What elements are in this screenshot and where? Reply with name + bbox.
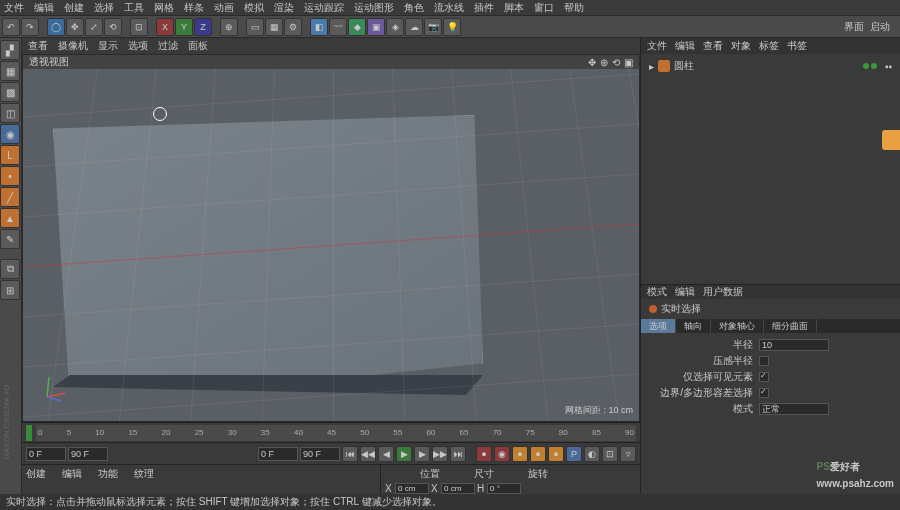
- object-name[interactable]: 圆柱: [674, 59, 694, 73]
- menu-渲染[interactable]: 渲染: [274, 1, 294, 15]
- side-tab-icon[interactable]: [882, 130, 900, 150]
- vpmenu-面板[interactable]: 面板: [188, 39, 208, 53]
- visible-only-checkbox[interactable]: [759, 372, 769, 382]
- visibility-editor-dot[interactable]: [863, 63, 869, 69]
- workplane-button[interactable]: ◫: [0, 103, 20, 123]
- mat-tab-纹理[interactable]: 纹理: [134, 467, 154, 479]
- obj-tab-文件[interactable]: 文件: [647, 39, 667, 53]
- attr-subtab-细分曲面[interactable]: 细分曲面: [764, 319, 817, 333]
- key-options-button[interactable]: ⊡: [602, 446, 618, 462]
- perspective-viewport[interactable]: 透视视图 ✥ ⊕ ⟲ ▣ 网格间距 : 10 cm: [22, 54, 640, 422]
- undo-button[interactable]: ↶: [2, 18, 20, 36]
- mode-select[interactable]: [759, 403, 829, 415]
- menu-创建[interactable]: 创建: [64, 1, 84, 15]
- autokey-button[interactable]: ◉: [494, 446, 510, 462]
- goto-end-button[interactable]: ⏭: [450, 446, 466, 462]
- render-view-button[interactable]: ▭: [246, 18, 264, 36]
- mat-tab-创建[interactable]: 创建: [26, 467, 46, 479]
- redo-button[interactable]: ↷: [21, 18, 39, 36]
- attr-tab-模式[interactable]: 模式: [647, 285, 667, 299]
- menu-插件[interactable]: 插件: [474, 1, 494, 15]
- pos-x-input[interactable]: [395, 483, 429, 494]
- axis-x-toggle[interactable]: X: [156, 18, 174, 36]
- obj-tab-查看[interactable]: 查看: [703, 39, 723, 53]
- timeline-ruler[interactable]: 051015202530354045505560657075808590: [36, 425, 636, 441]
- snap-enable-button[interactable]: ⧉: [0, 259, 20, 279]
- rotate-tool[interactable]: ⟲: [104, 18, 122, 36]
- recent-tool[interactable]: ⊡: [130, 18, 148, 36]
- move-tool[interactable]: ✥: [66, 18, 84, 36]
- goto-start-button[interactable]: ⏮: [342, 446, 358, 462]
- frame-range-input[interactable]: [300, 447, 340, 461]
- key-param-button[interactable]: P: [566, 446, 582, 462]
- light-button[interactable]: 💡: [443, 18, 461, 36]
- mat-tab-功能[interactable]: 功能: [98, 467, 118, 479]
- cube-primitive-button[interactable]: ◧: [310, 18, 328, 36]
- frame-current-input[interactable]: [258, 447, 298, 461]
- attr-subtab-轴向[interactable]: 轴向: [676, 319, 711, 333]
- object-mode-button[interactable]: ◉: [0, 124, 20, 144]
- play-button[interactable]: ▶: [396, 446, 412, 462]
- record-button[interactable]: ●: [476, 446, 492, 462]
- next-key-button[interactable]: ▶▶: [432, 446, 448, 462]
- render-settings-button[interactable]: ⚙: [284, 18, 302, 36]
- coord-system-button[interactable]: ⊕: [220, 18, 238, 36]
- edge-mode-button[interactable]: ╱: [0, 187, 20, 207]
- menu-文件[interactable]: 文件: [4, 1, 24, 15]
- radius-input[interactable]: [759, 339, 829, 351]
- frame-start-input[interactable]: [26, 447, 66, 461]
- menu-选择[interactable]: 选择: [94, 1, 114, 15]
- timeline[interactable]: 051015202530354045505560657075808590: [22, 422, 640, 442]
- layout-tab-interface[interactable]: 界面: [844, 20, 864, 34]
- vp-nav-icon[interactable]: ✥: [588, 57, 596, 68]
- attr-subtab-选项[interactable]: 选项: [641, 319, 676, 333]
- prev-frame-button[interactable]: ◀: [378, 446, 394, 462]
- visibility-render-dot[interactable]: [871, 63, 877, 69]
- vpmenu-选项[interactable]: 选项: [128, 39, 148, 53]
- menu-样条[interactable]: 样条: [184, 1, 204, 15]
- spline-button[interactable]: 〰: [329, 18, 347, 36]
- live-select-tool[interactable]: ◯: [47, 18, 65, 36]
- menu-工具[interactable]: 工具: [124, 1, 144, 15]
- prev-key-button[interactable]: ◀◀: [360, 446, 376, 462]
- generator-button[interactable]: ▣: [367, 18, 385, 36]
- attr-tab-用户数据[interactable]: 用户数据: [703, 285, 743, 299]
- frame-end-input[interactable]: [68, 447, 108, 461]
- vp-maximize-icon[interactable]: ▣: [624, 57, 633, 68]
- menu-动画[interactable]: 动画: [214, 1, 234, 15]
- polygon-mode-button[interactable]: ▲: [0, 208, 20, 228]
- rot-h-input[interactable]: [487, 483, 521, 494]
- axis-mode-button[interactable]: L: [0, 145, 20, 165]
- key-more-button[interactable]: ▿: [620, 446, 636, 462]
- vpmenu-查看[interactable]: 查看: [28, 39, 48, 53]
- vpmenu-过滤[interactable]: 过滤: [158, 39, 178, 53]
- mat-tab-编辑[interactable]: 编辑: [62, 467, 82, 479]
- key-scale-button[interactable]: ●: [530, 446, 546, 462]
- nurbs-button[interactable]: ◆: [348, 18, 366, 36]
- obj-tab-对象[interactable]: 对象: [731, 39, 751, 53]
- timeline-playhead[interactable]: [26, 425, 32, 441]
- vp-zoom-icon[interactable]: ⊕: [600, 57, 608, 68]
- deformer-button[interactable]: ◈: [386, 18, 404, 36]
- menu-脚本[interactable]: 脚本: [504, 1, 524, 15]
- menu-运动跟踪[interactable]: 运动跟踪: [304, 1, 344, 15]
- axis-y-toggle[interactable]: Y: [175, 18, 193, 36]
- environment-button[interactable]: ☁: [405, 18, 423, 36]
- vp-rotate-icon[interactable]: ⟲: [612, 57, 620, 68]
- attr-subtab-对象轴心[interactable]: 对象轴心: [711, 319, 764, 333]
- menu-帮助[interactable]: 帮助: [564, 1, 584, 15]
- key-pla-button[interactable]: ◐: [584, 446, 600, 462]
- snap-settings-button[interactable]: ⊞: [0, 280, 20, 300]
- obj-tab-书签[interactable]: 书签: [787, 39, 807, 53]
- scale-tool[interactable]: ⤢: [85, 18, 103, 36]
- tolerant-checkbox[interactable]: [759, 388, 769, 398]
- menu-运动图形[interactable]: 运动图形: [354, 1, 394, 15]
- menu-编辑[interactable]: 编辑: [34, 1, 54, 15]
- vpmenu-显示[interactable]: 显示: [98, 39, 118, 53]
- make-editable-button[interactable]: ▞: [0, 40, 20, 60]
- axis-z-toggle[interactable]: Z: [194, 18, 212, 36]
- size-x-input[interactable]: [441, 483, 475, 494]
- camera-button[interactable]: 📷: [424, 18, 442, 36]
- layout-tab-startup[interactable]: 启动: [870, 20, 890, 34]
- tag-icon[interactable]: ▪▪: [885, 61, 892, 72]
